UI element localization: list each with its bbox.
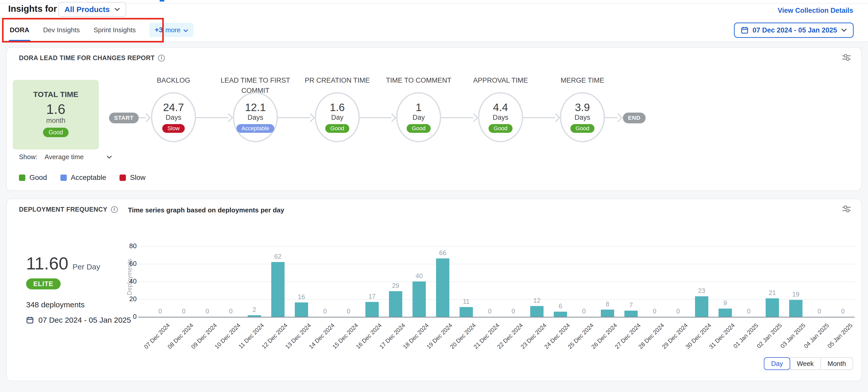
- tab-dora[interactable]: DORA: [10, 19, 29, 41]
- chevron-down-icon: [841, 28, 847, 32]
- bar-value-label: 11: [456, 298, 476, 305]
- x-tick-label: 31 Dec 2024: [691, 322, 736, 366]
- x-tick-label: 15 Dec 2024: [315, 322, 359, 366]
- x-tick-label: 19 Dec 2024: [409, 322, 454, 366]
- bar-value-label: 29: [385, 282, 406, 290]
- status-badge: Good: [43, 128, 69, 137]
- bar-02 Jan 2025: [766, 298, 779, 317]
- legend-item-slow: Slow: [120, 174, 146, 182]
- flow-end-pill: END: [623, 113, 646, 123]
- tab-bar: DORA Dev Insights Sprint Insights +3 mor…: [0, 19, 868, 42]
- x-tick-label: 11 Dec 2024: [221, 322, 265, 366]
- flow-start-pill: START: [109, 113, 139, 123]
- x-tick-label: 17 Dec 2024: [362, 322, 406, 366]
- legend-swatch-acceptable: [60, 175, 67, 181]
- stage-node-backlog: 24.7 Days Slow: [151, 92, 196, 142]
- bar-value-label: 0: [739, 307, 759, 315]
- y-tick-label: 40: [106, 277, 137, 285]
- x-tick-label: 28 Dec 2024: [621, 322, 665, 366]
- legend-item-good: Good: [19, 174, 47, 182]
- bar-value-label: 21: [762, 289, 782, 297]
- bar-17 Dec 2024: [389, 291, 402, 317]
- stage-node-approval-time: 4.4 Days Good: [478, 92, 523, 142]
- x-tick-label: 12 Dec 2024: [244, 322, 289, 366]
- x-tick-label: 29 Dec 2024: [644, 322, 689, 366]
- gridline: [138, 281, 855, 282]
- bar-23 Dec 2024: [530, 306, 544, 317]
- status-legend: Good Acceptable Slow: [19, 174, 146, 182]
- x-tick-label: 01 Jan 2025: [715, 322, 760, 366]
- bar-31 Dec 2024: [718, 309, 732, 317]
- bar-13 Dec 2024: [295, 302, 308, 317]
- x-tick-label: 07 Dec 2024: [126, 322, 171, 366]
- lead-time-card: DORA LEAD TIME FOR CHANGES REPORT i TOTA…: [6, 47, 862, 191]
- bar-value-label: 2: [244, 306, 265, 313]
- more-tabs-label: more: [165, 26, 180, 34]
- bar-19 Dec 2024: [436, 259, 450, 317]
- bar-value-label: 0: [503, 307, 524, 315]
- x-tick-label: 23 Dec 2024: [503, 322, 548, 366]
- total-time-card: TOTAL TIME 1.6 month Good: [13, 80, 99, 149]
- show-metric-dropdown[interactable]: Show: Average time: [19, 153, 112, 161]
- bar-value-label: 0: [833, 307, 853, 315]
- status-badge: Acceptable: [237, 124, 275, 133]
- status-badge: Good: [325, 124, 349, 133]
- bar-26 Dec 2024: [601, 310, 614, 317]
- bar-20 Dec 2024: [460, 307, 473, 317]
- bar-value-label: 0: [150, 307, 170, 315]
- bar-value-label: 0: [809, 307, 830, 315]
- bar-value-label: 16: [291, 293, 312, 301]
- bar-value-label: 0: [315, 307, 335, 315]
- more-tabs-count: +3: [155, 26, 163, 34]
- product-selector[interactable]: All Products: [58, 2, 126, 17]
- chevron-down-icon: [183, 26, 188, 34]
- granularity-month-button[interactable]: Month: [820, 357, 853, 370]
- bar-value-label: 6: [550, 302, 571, 310]
- view-collection-details-link[interactable]: View Collection Details: [778, 7, 853, 14]
- bar-value-label: 9: [715, 299, 736, 307]
- granularity-day-button[interactable]: Day: [764, 357, 790, 370]
- date-range-picker[interactable]: 07 Dec 2024 - 05 Jan 2025: [734, 23, 854, 38]
- chevron-down-icon: [114, 8, 120, 11]
- bar-value-label: 0: [668, 307, 688, 315]
- gridline: [138, 299, 855, 300]
- more-tabs-dropdown[interactable]: +3 more: [150, 23, 193, 37]
- x-tick-label: 30 Dec 2024: [668, 322, 712, 366]
- bar-value-label: 0: [574, 307, 594, 315]
- status-badge: Good: [489, 124, 513, 133]
- bar-value-label: 0: [479, 307, 500, 315]
- bar-12 Dec 2024: [271, 262, 284, 317]
- show-label: Show:: [19, 153, 37, 161]
- total-time-value: 1.6: [46, 102, 65, 116]
- lead-time-title: DORA LEAD TIME FOR CHANGES REPORT i: [19, 54, 165, 62]
- x-tick-label: 18 Dec 2024: [385, 322, 430, 366]
- granularity-week-button[interactable]: Week: [790, 357, 821, 370]
- status-badge: Good: [570, 124, 594, 133]
- chevron-down-icon: [106, 155, 112, 159]
- legend-swatch-good: [19, 175, 25, 181]
- bar-27 Dec 2024: [624, 311, 638, 317]
- x-tick-label: 14 Dec 2024: [291, 322, 336, 366]
- info-icon[interactable]: i: [158, 55, 165, 61]
- x-tick-label: 13 Dec 2024: [268, 322, 312, 366]
- y-tick-label: 80: [106, 242, 137, 250]
- cut-off-nav-remnant: [160, 0, 164, 2]
- x-tick-label: 24 Dec 2024: [527, 322, 571, 366]
- x-tick-label: 20 Dec 2024: [432, 322, 477, 366]
- bar-value-label: 19: [785, 291, 806, 298]
- tab-dev-insights[interactable]: Dev Insights: [43, 19, 80, 41]
- status-badge: Good: [407, 124, 431, 133]
- chart-settings-icon[interactable]: [842, 54, 851, 63]
- calendar-icon: [741, 26, 748, 34]
- x-tick-label: 08 Dec 2024: [150, 322, 194, 366]
- bar-value-label: 0: [174, 307, 194, 315]
- x-tick-label: 25 Dec 2024: [550, 322, 595, 366]
- y-tick-label: 60: [106, 260, 137, 268]
- x-tick-label: 16 Dec 2024: [338, 322, 383, 366]
- x-tick-label: 22 Dec 2024: [479, 322, 524, 366]
- stage-label-time-to-comment: TIME TO COMMENT: [380, 75, 457, 86]
- stage-node-pr-creation-time: 1.6 Day Good: [315, 92, 360, 142]
- granularity-toggle: Day Week Month: [764, 357, 853, 370]
- lead-time-flow: TOTAL TIME 1.6 month Good START BACKLOG …: [13, 68, 855, 155]
- tab-sprint-insights[interactable]: Sprint Insights: [94, 19, 136, 41]
